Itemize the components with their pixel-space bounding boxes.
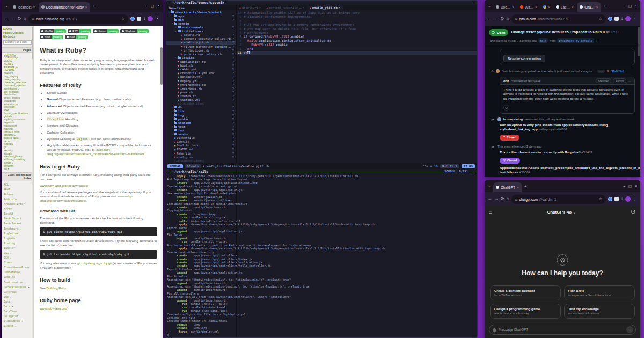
- sidebar-class-link[interactable]: BasicObject: [4, 216, 33, 221]
- tree-item[interactable]: ▸bin?: [166, 18, 236, 21]
- sidebar-class-link[interactable]: BigMath: [4, 236, 33, 241]
- browser-tab[interactable]: ChatGPT×: [493, 182, 522, 192]
- tab-close-icon[interactable]: ×: [85, 5, 87, 9]
- home-button[interactable]: ⌂: [24, 17, 26, 21]
- sidebar-class-link[interactable]: Addrinfo: [4, 197, 33, 202]
- tree-item[interactable]: ◆Gemfile?: [166, 140, 236, 144]
- sidebar-class-link[interactable]: Binding: [4, 241, 33, 246]
- extension-icon[interactable]: [614, 197, 619, 201]
- sidebar-class-link[interactable]: CSV ▸: [4, 255, 33, 260]
- tab-close-icon[interactable]: ×: [548, 5, 550, 9]
- extension-icon[interactable]: [137, 17, 141, 21]
- forward-button[interactable]: →: [494, 17, 499, 21]
- model-selector[interactable]: ChatGPT 4o ⌄: [492, 210, 631, 215]
- profile-avatar[interactable]: [625, 16, 631, 21]
- sidebar-class-link[interactable]: CoreExtensions ▸: [4, 285, 33, 290]
- commit-message[interactable]: Switch to using propshaft as the default…: [502, 70, 595, 73]
- extension-icon[interactable]: [130, 17, 135, 21]
- tree-item[interactable]: ▸public?: [166, 117, 236, 121]
- attach-icon[interactable]: [493, 325, 496, 335]
- sidebar-class-link[interactable]: Complex: [4, 275, 33, 280]
- tree-item[interactable]: ◆application.rb?: [166, 60, 236, 63]
- building-ruby-link[interactable]: Building Ruby: [46, 286, 66, 290]
- address-bar[interactable]: ⊞github.com/rails/rails/pull/51799☆: [511, 14, 606, 24]
- profile-avatar[interactable]: [148, 16, 153, 21]
- sidebar-class-link[interactable]: Bundler: [4, 246, 33, 251]
- nav-links[interactable]: Pages Classes Methods: [3, 31, 32, 39]
- buffer-close-icon[interactable]: ×: [259, 6, 261, 9]
- terminal-output-pane[interactable]: apply /home/dhh/.rbenv/versions/3.3.1/li…: [167, 174, 477, 337]
- tab-close-icon[interactable]: ×: [33, 5, 35, 9]
- tree-item[interactable]: ◆Rakefile?: [166, 151, 236, 155]
- mention-actor[interactable]: brunoprietog: [503, 117, 523, 121]
- tab-close-icon[interactable]: ×: [535, 5, 537, 9]
- browser-tab[interactable]: Cha…×: [577, 2, 601, 12]
- sidebar-class-link[interactable]: ARGF: [4, 187, 33, 192]
- github-scrollbar[interactable]: [638, 27, 640, 177]
- extension-icon[interactable]: [614, 17, 619, 21]
- sidebar-class-link[interactable]: Base64: [4, 211, 33, 216]
- tree-item[interactable]: ▾~/work/rails/demos/sputnik: [166, 10, 236, 14]
- tab-close-icon[interactable]: ×: [596, 5, 598, 9]
- browser-menu-icon[interactable]: ⋮: [633, 197, 637, 201]
- buffer-close-icon[interactable]: ×: [303, 6, 304, 9]
- tree-item[interactable]: ◆content_security_policy.rb?: [166, 37, 236, 41]
- referenced-issue-title[interactable]: ApplicationTests::AssetsTest#test_precom…: [500, 166, 635, 174]
- tree-item[interactable]: ◆environment.rb?: [166, 83, 236, 86]
- buffer-tab[interactable]: ◆assets.rb×: [237, 5, 264, 10]
- new-chat-icon[interactable]: [631, 209, 636, 215]
- code-buffer[interactable]: 10# Automatically enable YJIT as of Ruby…: [237, 10, 477, 55]
- tree-item[interactable]: ▸db?: [166, 106, 236, 109]
- browser-tab[interactable]: Wit…×: [517, 2, 540, 12]
- comment-menu-icon[interactable]: ···: [628, 79, 631, 83]
- tree-item[interactable]: ▤README.md?: [166, 148, 236, 151]
- maximize-icon[interactable]: ▢: [628, 184, 632, 188]
- tree-item[interactable]: ◈deploy.yml?: [166, 79, 236, 83]
- tree-item[interactable]: (10 hidden items): [166, 159, 236, 163]
- site-info-icon[interactable]: ⊞: [515, 17, 518, 21]
- forward-button[interactable]: →: [11, 17, 16, 21]
- minimize-icon[interactable]: –: [623, 184, 625, 188]
- comment-author[interactable]: dhh: [503, 79, 509, 83]
- sidebar-class-link[interactable]: CGI ▸: [4, 251, 33, 255]
- browser-tab[interactable]: localhost×: [10, 2, 38, 12]
- sidebar-class-link[interactable]: Date ▸: [4, 304, 33, 309]
- buffer-tab[interactable]: ◆content_security_…×: [264, 5, 307, 10]
- copy-branch-icon[interactable]: ▢: [596, 39, 598, 42]
- maximize-icon[interactable]: ▢: [628, 4, 632, 8]
- tab-close-icon[interactable]: ×: [572, 5, 574, 9]
- ci-badge[interactable]: buildpassing: [65, 35, 89, 39]
- tab-close-icon[interactable]: ×: [517, 186, 519, 189]
- sidebar-class-link[interactable]: ArgumentError: [4, 202, 33, 207]
- back-button[interactable]: ←: [5, 17, 9, 21]
- download-icon[interactable]: ↓: [621, 197, 623, 201]
- suggestion-card[interactable]: Test my knowledgeon ancient civilization…: [564, 304, 635, 319]
- commit-sha-link[interactable]: 39d28b0: [611, 70, 624, 73]
- sidebar-class-link[interactable]: Array: [4, 207, 33, 211]
- tree-item[interactable]: ◈cable.yml?: [166, 68, 236, 71]
- browser-tab[interactable]: Laz…×: [553, 2, 576, 12]
- ruby-homepage-link[interactable]: www.ruby-lang.org/: [40, 307, 67, 310]
- ci-badge[interactable]: Windowspassing: [120, 29, 148, 33]
- home-button[interactable]: ⌂: [507, 197, 509, 201]
- tree-item[interactable]: ▸locales?: [166, 56, 236, 60]
- tree-item[interactable]: ◈database.yml?: [166, 75, 236, 79]
- referenced-issue-title[interactable]: Trix toolbar doesn't render correctly wi…: [500, 150, 635, 155]
- ci-badge[interactable]: buildpassing: [40, 35, 63, 39]
- reload-button[interactable]: ⟳: [18, 17, 21, 21]
- tab-search-icon[interactable]: ⌄: [486, 4, 493, 8]
- sidebar-class-link[interactable]: Continuation: [4, 280, 33, 285]
- sidebar-class-link[interactable]: Coverage: [4, 290, 33, 295]
- tree-item[interactable]: ◆filter_parameter_logging.rb?: [166, 45, 236, 48]
- tree-item[interactable]: ◆puma.rb?: [166, 90, 236, 94]
- tree-item[interactable]: ◆assets.rb?: [166, 33, 236, 37]
- ci-badge[interactable]: MinGWpassing: [40, 29, 66, 33]
- extension-icon[interactable]: [608, 17, 612, 21]
- suggestion-card[interactable]: Design a programming gameteach basics in…: [490, 304, 561, 319]
- close-icon[interactable]: ×: [635, 184, 637, 188]
- sidebar-class-link[interactable]: DateTime: [4, 309, 33, 314]
- downloads-link[interactable]: www.ruby-lang.org/en/downloads/: [40, 184, 88, 187]
- browser-menu-icon[interactable]: ⋮: [155, 17, 159, 21]
- address-bar[interactable]: ⊞docs.ruby-lang.org/en/3.3/☆: [28, 14, 128, 24]
- head-branch-label[interactable]: propshaft-by-default: [557, 38, 594, 43]
